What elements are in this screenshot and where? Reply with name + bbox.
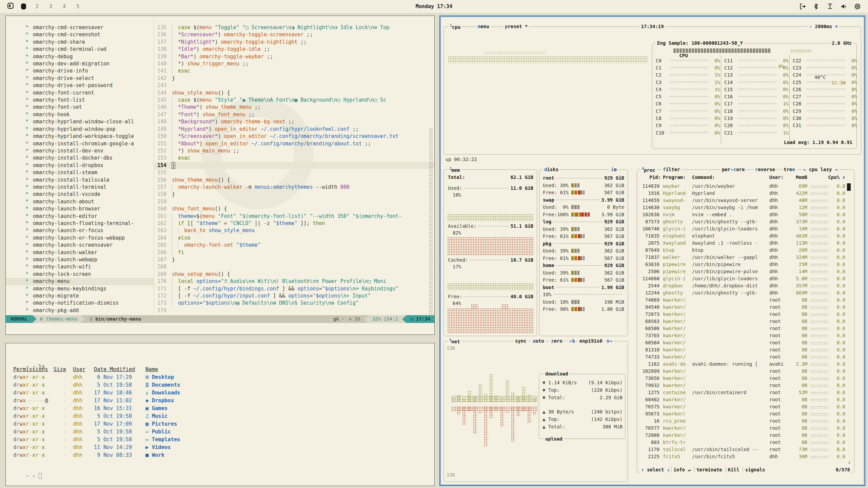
file-list-item[interactable]: *omarchy-launch-browser <box>6 205 154 212</box>
proc-reverse-toggle[interactable]: reverse <box>754 167 776 172</box>
process-row[interactable]: 73656kworker/root0B0.0 <box>637 375 854 382</box>
file-list-item[interactable]: *omarchy-launch-webapp <box>6 256 154 263</box>
proc-per-core-toggle[interactable]: per-core <box>721 167 746 172</box>
file-list-item[interactable]: *omarchy-cmd-screensaver <box>6 24 154 31</box>
process-row[interactable]: 74869kworker/root0B0.0 <box>637 297 854 304</box>
file-list-item[interactable]: *omarchy-drive-set-password <box>6 82 154 89</box>
file-list-item[interactable]: *omarchy-font-current <box>6 89 154 97</box>
process-row[interactable]: 72088kworker/root0B0.0 <box>637 432 854 439</box>
file-list-item[interactable]: *omarchy-font-list <box>6 97 154 104</box>
proc-scrollbar-thumb[interactable] <box>847 183 851 191</box>
net-sync-toggle[interactable]: sync <box>514 338 528 344</box>
editor-scrollbar[interactable] <box>429 128 433 314</box>
file-list-item[interactable]: *omarchy-launch-editor <box>6 213 154 220</box>
terminal-window[interactable]: ~ › ls PermissionsSizeUserDate ModifiedN… <box>5 343 435 486</box>
process-row[interactable]: 803btrfs-trroot0B0.0 <box>637 439 854 446</box>
process-row[interactable]: 1275containe/usr/bin/containerdroot52M0.… <box>637 389 854 396</box>
file-list-item[interactable]: *omarchy-install-vscode <box>6 191 154 198</box>
process-row[interactable]: 114639waybar/usr/bin/waybardhh69M0.0 <box>637 183 854 190</box>
process-row[interactable]: 72073kworker/root0B0.0 <box>637 311 854 318</box>
process-row[interactable]: 68402kworker/root0B0.0 <box>637 396 854 403</box>
file-list-item[interactable]: *omarchy-install-dev-env <box>6 147 154 155</box>
process-row[interactable]: 68584kworker/root0B0.0 <box>637 339 854 346</box>
file-list-item[interactable]: *omarchy-menu-keybindings <box>6 285 154 292</box>
process-row[interactable]: 1162avahi-daavahi-daemon: running [avahi… <box>637 361 854 368</box>
file-list-item[interactable]: *omarchy-hook <box>6 111 154 118</box>
net-auto-toggle[interactable]: auto <box>531 338 546 344</box>
file-list-item[interactable]: *omarchy-install-terminal <box>6 184 154 191</box>
file-list-item[interactable]: *omarchy-hyprland-window-close-all <box>6 118 154 125</box>
process-row[interactable]: 114659swayosd-/usr/bin/swayosd-serverdhh… <box>637 197 854 204</box>
process-row[interactable]: 87649btopbtopdhh26M0.0 <box>637 247 854 254</box>
process-row[interactable]: 1170tailscal/usr/sbin/tailscaled --root7… <box>637 446 854 453</box>
process-row[interactable]: 12244ghostty/usr/bin/ghostty --gtk-dhh86… <box>637 289 854 297</box>
net-next-iface[interactable]: n→ <box>605 338 614 344</box>
file-list-item[interactable]: *omarchy-launch-wifi <box>6 263 154 270</box>
file-list-item[interactable]: *omarchy-font-set <box>6 104 154 111</box>
process-row[interactable]: 2075XwaylandXwayland :1 -rootless -dhh11… <box>637 240 854 247</box>
process-row[interactable]: 63816pipewire/usr/bin/pipewiredhh25M0.0 <box>637 261 854 268</box>
file-list-item[interactable]: *omarchy-launch-floating-terminal- <box>6 220 154 227</box>
file-list-item[interactable]: *omarchy-launch-screensaver <box>6 242 154 249</box>
process-row[interactable]: 2506pipewire/usr/bin/pipewire-pulsedhh14… <box>637 268 854 275</box>
interval-control[interactable]: - 2000ms + <box>808 24 839 29</box>
file-list-item[interactable]: *omarchy-hyprland-window-pop <box>6 126 154 133</box>
signals-button[interactable]: signals <box>743 467 767 473</box>
proc-filter-button[interactable]: filter <box>662 167 682 172</box>
file-list-item[interactable]: *omarchy-cmd-terminal-cwd <box>6 46 154 53</box>
process-row[interactable]: 81310kworker/root0B0.0 <box>637 346 854 353</box>
net-zero-toggle[interactable]: zero <box>550 338 564 344</box>
file-list-item[interactable]: *omarchy-migrate <box>6 292 154 300</box>
menu-button[interactable]: menu <box>476 24 491 29</box>
proc-tree-toggle[interactable]: tree <box>782 167 796 172</box>
kill-button[interactable]: Kill <box>726 467 742 473</box>
process-row[interactable]: 71837walker/usr/bin/walker --gappldhh324… <box>637 254 854 261</box>
process-row[interactable]: 2544dropbox/home/dhh/.dropbox-distdhh357… <box>637 282 854 289</box>
file-list-item[interactable]: *omarchy-launch-or-focus-webapp <box>6 235 154 242</box>
file-list-item[interactable]: *omarchy-dev-add-migration <box>6 60 154 67</box>
process-row[interactable]: 102638nvimnvim --embed .dhh58M0.0 <box>637 211 854 218</box>
code-pane[interactable]: 135▏ case $(menu "Toggle" "▢ Screensaver… <box>154 16 434 314</box>
file-list-item[interactable]: *omarchy-drive-info <box>6 67 154 75</box>
process-row[interactable]: 68586kworker/root0B0.0 <box>637 325 854 332</box>
process-row[interactable]: 87573ghostty/usr/bin/ghostty --gtk-dhh37… <box>637 218 854 225</box>
info-button[interactable]: info ↵ <box>671 467 693 473</box>
proc-sort-nav[interactable]: ← cpu lazy → <box>802 167 839 172</box>
file-list-item[interactable]: *omarchy-install-tailscale <box>6 177 154 184</box>
file-list-item[interactable]: *omarchy-launch-walker <box>6 249 154 256</box>
file-list-item[interactable]: *omarchy-cmd-screenshot <box>6 31 154 38</box>
file-list-item[interactable]: *omarchy-cmd-share <box>6 39 154 46</box>
process-row[interactable]: 79032kworker/root0B0.0 <box>637 382 854 389</box>
file-list-item[interactable]: *omarchy-install-docker-dbs <box>6 155 154 162</box>
process-row[interactable]: 76577kworker/root0B0.0 <box>637 425 854 432</box>
file-list-item[interactable]: *omarchy-lock-screen <box>6 271 154 278</box>
process-row[interactable]: 114668glycin-i/usr/lib/glycin-loadersdhh… <box>637 275 854 282</box>
file-list-item[interactable]: *omarchy-debug <box>6 53 154 60</box>
io-toggle[interactable]: io <box>610 167 618 172</box>
process-row[interactable]: 94540kworker/root0B0.0 <box>637 304 854 311</box>
file-list-item[interactable]: *omarchy-hyprland-workspace-toggle <box>6 133 154 140</box>
process-row[interactable]: 2125fcitx5/usr/bin/fcitx5dhh30M0.0 <box>637 453 854 460</box>
process-row[interactable]: 16rcu_preeroot0B0.0 <box>637 418 854 425</box>
disks-box-title[interactable]: disks <box>543 167 560 172</box>
file-list-item[interactable]: *omarchy-pkg-add <box>6 307 154 314</box>
process-row[interactable]: 102099kworker/root0B0.0 <box>637 368 854 375</box>
file-list-item[interactable]: *omarchy-notification-dismiss <box>6 300 154 307</box>
scroll-down-arrow[interactable]: ↓ <box>848 459 851 465</box>
file-list-item[interactable]: *omarchy-install-dropbox <box>6 162 154 169</box>
process-row[interactable]: 1916HyprlandHyprlanddhh422M0.0 <box>637 190 854 197</box>
prompt-line-2[interactable]: ~ › <box>13 467 42 485</box>
process-row[interactable]: 76575kworker/root0B0.0 <box>637 403 854 410</box>
file-list-item[interactable]: *omarchy-launch-or-focus <box>6 227 154 234</box>
file-list-item[interactable]: *omarchy-install-chromium-google-a <box>6 140 154 147</box>
net-prev-iface[interactable]: ←b <box>568 338 576 344</box>
process-row[interactable]: 73703kworker/root0B0.0 <box>637 332 854 339</box>
process-row[interactable]: 95673kworker/root0B0.0 <box>637 410 854 418</box>
process-row[interactable]: 68583kworker/root0B0.0 <box>637 318 854 325</box>
preset-button[interactable]: preset * <box>504 24 529 29</box>
process-row[interactable]: 114630swaybg/usr/bin/swaybg -i /homdhh12… <box>637 204 854 211</box>
file-list-item[interactable]: *omarchy-launch-about <box>6 198 154 205</box>
file-list-item[interactable]: *omarchy-drive-select <box>6 75 154 82</box>
process-row[interactable]: 74733kworker/root0B0.0 <box>637 353 854 361</box>
terminate-button[interactable]: terminate <box>694 467 724 473</box>
